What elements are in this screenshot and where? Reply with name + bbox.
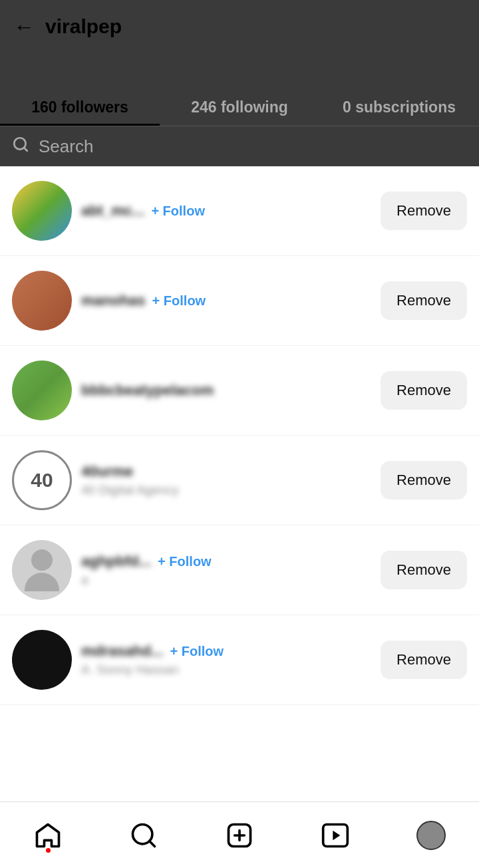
follower-info: mdrasahd... + Follow A. Sonny Hassan <box>81 643 371 677</box>
follower-subtitle: A. Sonny Hassan <box>81 662 371 677</box>
bottom-nav <box>0 801 479 868</box>
follower-subtitle: 40 Digital Agency <box>81 483 371 498</box>
follower-name-row: abt_mc... + Follow <box>81 202 371 219</box>
add-icon <box>225 821 254 850</box>
search-icon <box>12 136 29 157</box>
avatar <box>12 361 72 420</box>
follower-name-row: aghpbfd... + Follow <box>81 553 371 570</box>
remove-button[interactable]: Remove <box>381 461 467 500</box>
home-icon <box>33 821 63 850</box>
list-item: mdrasahd... + Follow A. Sonny Hassan Rem… <box>0 615 479 705</box>
search-bar <box>0 126 479 166</box>
follow-button-inline[interactable]: + Follow <box>152 293 206 309</box>
remove-button[interactable]: Remove <box>381 281 467 320</box>
search-input[interactable] <box>39 136 467 157</box>
follower-username[interactable]: mdrasahd... <box>81 643 163 660</box>
nav-reels[interactable] <box>309 815 362 855</box>
svg-line-3 <box>150 841 155 846</box>
follower-subtitle: a <box>81 573 371 587</box>
follower-username[interactable]: bbbcbeatypelacom <box>81 382 214 399</box>
svg-line-1 <box>24 148 27 151</box>
tab-subscriptions[interactable]: 0 subscriptions <box>319 89 479 126</box>
avatar: 40 <box>12 450 72 510</box>
follower-username[interactable]: aghpbfd... <box>81 553 151 570</box>
tabs-bar: 160 followers 246 following 0 subscripti… <box>0 53 479 126</box>
svg-marker-8 <box>333 830 340 840</box>
follower-username[interactable]: abt_mc... <box>81 202 144 219</box>
follower-name-row: manohas + Follow <box>81 292 371 309</box>
back-button[interactable]: ← <box>13 16 35 37</box>
header: ← viralpep <box>0 0 479 53</box>
remove-button[interactable]: Remove <box>381 371 467 410</box>
avatar <box>12 181 72 241</box>
profile-avatar <box>416 821 446 850</box>
avatar <box>12 540 72 600</box>
nav-add[interactable] <box>213 815 266 855</box>
remove-button[interactable]: Remove <box>381 192 467 230</box>
follower-info: manohas + Follow <box>81 292 371 309</box>
follow-button-inline[interactable]: + Follow <box>158 554 212 569</box>
remove-button[interactable]: Remove <box>381 641 467 679</box>
reels-icon <box>321 821 350 850</box>
follower-info: bbbcbeatypelacom <box>81 382 371 399</box>
tab-following[interactable]: 246 following <box>160 89 319 126</box>
follower-info: abt_mc... + Follow <box>81 202 371 219</box>
follower-name-row: bbbcbeatypelacom <box>81 382 371 399</box>
list-item: aghpbfd... + Follow a Remove <box>0 525 479 615</box>
list-item: abt_mc... + Follow Remove <box>0 166 479 256</box>
follower-info: 40urme 40 Digital Agency <box>81 463 371 498</box>
list-item: manohas + Follow Remove <box>0 256 479 346</box>
follower-info: aghpbfd... + Follow a <box>81 553 371 587</box>
search-icon <box>129 821 158 850</box>
nav-search[interactable] <box>117 815 170 855</box>
notification-dot <box>46 848 51 853</box>
follower-name-row: 40urme <box>81 463 371 480</box>
list-item: bbbcbeatypelacom Remove <box>0 346 479 436</box>
avatar <box>12 630 72 690</box>
follower-name-row: mdrasahd... + Follow <box>81 643 371 660</box>
nav-home[interactable] <box>21 815 75 855</box>
follow-button-inline[interactable]: + Follow <box>170 644 224 659</box>
followers-list: abt_mc... + Follow Remove manohas + Foll… <box>0 166 479 705</box>
follow-button-inline[interactable]: + Follow <box>151 204 205 219</box>
remove-button[interactable]: Remove <box>381 551 467 589</box>
page-title: viralpep <box>45 15 122 38</box>
follower-username[interactable]: manohas <box>81 292 146 309</box>
avatar <box>12 271 72 331</box>
list-item: 40 40urme 40 Digital Agency Remove <box>0 436 479 525</box>
follower-username[interactable]: 40urme <box>81 463 133 480</box>
nav-profile[interactable] <box>404 815 458 855</box>
tab-followers[interactable]: 160 followers <box>0 89 160 126</box>
